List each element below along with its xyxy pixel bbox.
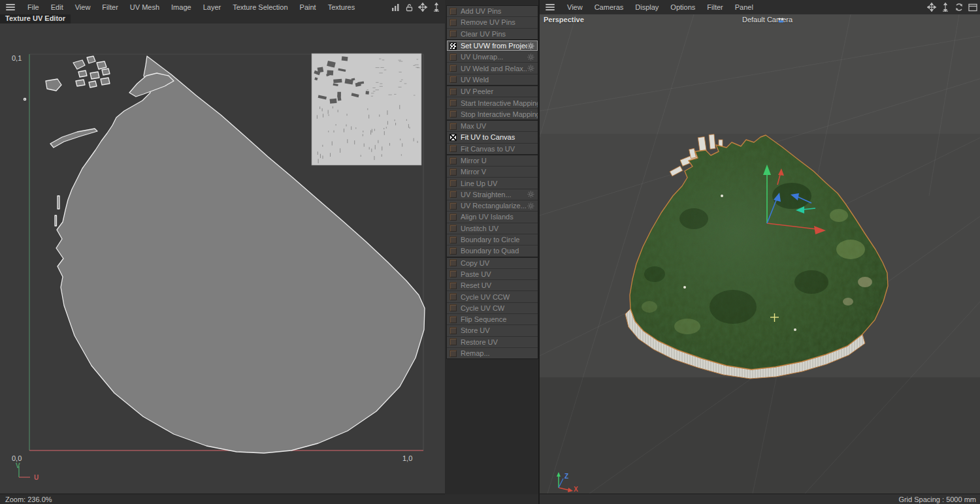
palette-item-label: Boundary to Quad [461,247,538,255]
remove-uv-pins-icon [449,19,457,26]
palette-item-paste-uv: Paste UV [447,269,538,280]
palette-item-uv-rectangularize: UV Rectangularize... [447,200,538,212]
menu-item-texture-selection[interactable]: Texture Selection [227,0,293,14]
menu-item-view[interactable]: View [561,0,589,14]
bodypaint-uv-edit-window: FileEditViewFilterUV MeshImageLayerTextu… [0,0,980,504]
options-gear-icon[interactable] [527,65,535,72]
menu-item-layer[interactable]: Layer [197,0,227,14]
boundary-to-quad-icon [449,247,457,255]
chart-icon[interactable] [391,3,400,12]
menu-item-image[interactable]: Image [165,0,197,14]
stop-interactive-mapping-icon [449,110,457,118]
uv-unwrap-icon [449,54,457,61]
palette-item-label: Mirror U [461,157,538,165]
palette-item-cycle-uv-ccw: Cycle UV CCW [447,291,538,302]
menu-item-options[interactable]: Options [664,0,701,14]
palette-item-uv-straighten: UV Straighten... [447,189,538,200]
maximize-icon[interactable] [968,3,977,12]
palette-item-label: Set UVW from Projection... [461,42,527,50]
palette-item-uv-weld: UV Weld [447,74,538,86]
palette-item-fit-uv-to-canvas[interactable]: Fit UV to Canvas [447,132,538,143]
cycle-uv-cw-icon [449,304,457,311]
menu-item-filter[interactable]: Filter [96,0,123,14]
palette-item-line-up-uv: Line Up UV [447,178,538,189]
uv-editor-statusbar: Zoom: 236.0% [0,494,538,504]
palette-item-boundary-to-quad: Boundary to Quad [447,245,538,257]
menu-item-file[interactable]: File [22,0,45,14]
palette-item-reset-uv: Reset UV [447,280,538,291]
palette-item-label: Boundary to Circle [461,236,538,244]
menu-item-display[interactable]: Display [629,0,664,14]
paste-uv-icon [449,270,457,277]
palette-item-add-uv-pins: Add UV Pins [447,6,538,17]
menu-item-textures[interactable]: Textures [322,0,361,14]
viewport-menubar: ViewCamerasDisplayOptionsFilterPanel [540,0,980,15]
uv-peeler-icon [449,88,457,95]
palette-item-copy-uv: Copy UV [447,258,538,269]
uv-editor-menubar: FileEditViewFilterUV MeshImageLayerTextu… [0,0,445,15]
copy-uv-icon [449,259,457,266]
menu-item-filter[interactable]: Filter [701,0,728,14]
rotate-icon[interactable] [955,3,964,12]
fit-uv-to-canvas-icon [449,134,457,141]
uv-weld-relax-icon [449,65,457,72]
palette-item-store-uv: Store UV [447,325,538,336]
palette-item-align-uv-islands: Align UV Islands [447,212,538,223]
menu-item-paint[interactable]: Paint [294,0,322,14]
palette-item-label: UV Weld [461,76,538,84]
menu-item-edit[interactable]: Edit [45,0,69,14]
options-gear-icon[interactable] [527,42,535,50]
reset-uv-icon [449,282,457,289]
palette-item-label: Cycle UV CW [461,304,538,312]
palette-item-label: Clear UV Pins [461,30,538,38]
palette-item-max-uv: Max UV [447,121,538,132]
world-axis-x-label: X [574,486,578,493]
palette-item-label: UV Rectangularize... [461,202,527,210]
move-icon[interactable] [418,3,427,12]
mirror-v-icon [449,168,457,176]
set-uvw-projection-icon [449,42,457,50]
restore-uv-icon [449,338,457,345]
lock-icon[interactable] [404,3,414,12]
palette-item-cycle-uv-cw: Cycle UV CW [447,303,538,314]
palette-item-uv-peeler: UV Peeler [447,86,538,97]
clear-uv-pins-icon [449,30,457,37]
store-uv-icon [449,327,457,334]
palette-item-label: Remove UV Pins [461,18,538,26]
viewport-graphics [540,14,980,494]
palette-item-label: Mirror V [461,168,538,176]
viewport-menu-icon[interactable] [546,4,555,10]
uv-editor-menu: FileEditViewFilterUV MeshImageLayerTextu… [22,0,361,14]
uv-axis-u-label: U [34,474,39,481]
options-gear-icon[interactable] [527,202,535,210]
viewport-menu: ViewCamerasDisplayOptionsFilterPanel [561,0,759,14]
palette-item-label: Unstitch UV [461,225,538,232]
menu-item-view[interactable]: View [69,0,97,14]
menu-item-cameras[interactable]: Cameras [589,0,630,14]
palette-item-label: Reset UV [461,281,538,289]
options-gear-icon[interactable] [527,54,535,61]
palette-item-set-uvw-from-projection[interactable]: Set UVW from Projection... [447,40,538,52]
mirror-u-icon [449,157,457,165]
palette-item-label: Restore UV [461,338,538,346]
palette-item-unstitch-uv: Unstitch UV [447,223,538,234]
palette-item-label: UV Weld and Relax... [461,65,527,72]
menu-item-panel[interactable]: Panel [729,0,759,14]
palette-item-stop-interactive-mapping: Stop Interactive Mapping [447,109,538,121]
palette-item-start-interactive-mapping: Start Interactive Mapping [447,97,538,108]
uv-editor-tabstrip: Texture UV Editor [0,14,445,24]
palette-item-label: Fit UV to Canvas [461,133,538,141]
panel-menu-icon[interactable] [6,4,15,10]
palette-item-label: UV Peeler [461,87,538,95]
uv-commands-palette: Add UV PinsRemove UV PinsClear UV PinsSe… [446,5,538,359]
viewport-3d[interactable]: Perspective Default Camera Z X [540,14,980,494]
texture-preview-thumbnail [312,54,421,165]
dolly-icon[interactable] [432,3,441,12]
dolly-icon[interactable] [941,3,950,12]
menu-item-uv-mesh[interactable]: UV Mesh [124,0,165,14]
options-gear-icon[interactable] [527,191,535,198]
uv-canvas[interactable]: 0,1 0,0 1,0 V U [0,24,445,494]
tab-texture-uv-editor[interactable]: Texture UV Editor [0,14,71,24]
move-icon[interactable] [927,3,936,12]
uv-commands-column: Add UV PinsRemove UV PinsClear UV PinsSe… [445,0,538,494]
